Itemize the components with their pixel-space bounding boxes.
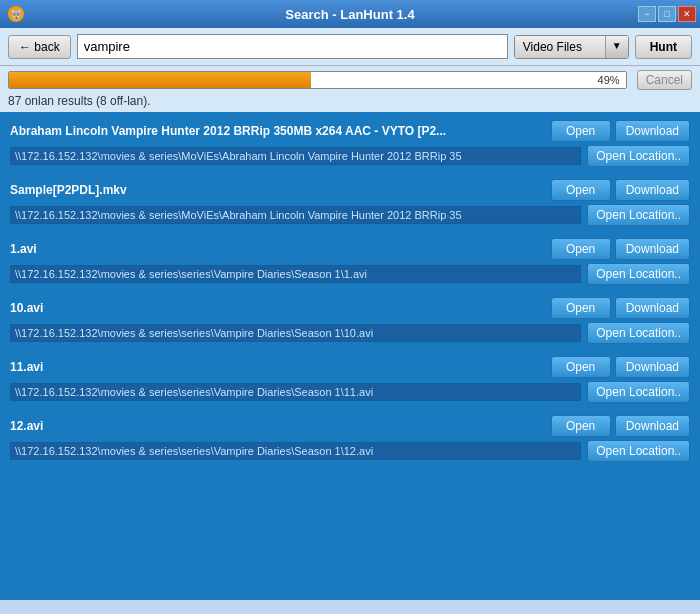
open-button[interactable]: Open: [551, 297, 611, 319]
result-item: Sample[P2PDL].mkv Open Download \\172.16…: [4, 175, 696, 230]
result-path: \\172.16.152.132\movies & series\series\…: [10, 265, 581, 283]
download-button[interactable]: Download: [615, 415, 690, 437]
maximize-button[interactable]: □: [658, 6, 676, 22]
download-button[interactable]: Download: [615, 238, 690, 260]
open-button[interactable]: Open: [551, 179, 611, 201]
result-actions: Open Download: [551, 238, 690, 260]
open-button[interactable]: Open: [551, 238, 611, 260]
result-row-top: 11.avi Open Download: [10, 356, 690, 378]
search-input[interactable]: [77, 34, 508, 59]
result-row-bottom: \\172.16.152.132\movies & series\series\…: [10, 263, 690, 285]
window-controls: − □ ✕: [638, 6, 696, 22]
toolbar: ← back Video Files ▼ Hunt: [0, 28, 700, 66]
progress-text: 49%: [598, 74, 620, 86]
open-button[interactable]: Open: [551, 356, 611, 378]
result-item: 10.avi Open Download \\172.16.152.132\mo…: [4, 293, 696, 348]
minimize-button[interactable]: −: [638, 6, 656, 22]
cancel-button[interactable]: Cancel: [637, 70, 692, 90]
download-button[interactable]: Download: [615, 120, 690, 142]
result-filename: 10.avi: [10, 301, 545, 315]
download-button[interactable]: Download: [615, 297, 690, 319]
open-location-button[interactable]: Open Location..: [587, 381, 690, 403]
result-actions: Open Download: [551, 120, 690, 142]
result-row-bottom: \\172.16.152.132\movies & series\series\…: [10, 381, 690, 403]
result-row-top: 10.avi Open Download: [10, 297, 690, 319]
download-button[interactable]: Download: [615, 356, 690, 378]
result-item: 11.avi Open Download \\172.16.152.132\mo…: [4, 352, 696, 407]
result-item: 12.avi Open Download \\172.16.152.132\mo…: [4, 411, 696, 466]
result-path: \\172.16.152.132\movies & series\series\…: [10, 324, 581, 342]
result-path: \\172.16.152.132\movies & series\MoViEs\…: [10, 147, 581, 165]
filetype-label[interactable]: Video Files: [515, 36, 605, 58]
download-button[interactable]: Download: [615, 179, 690, 201]
open-location-button[interactable]: Open Location..: [587, 263, 690, 285]
result-row-top: 1.avi Open Download: [10, 238, 690, 260]
open-location-button[interactable]: Open Location..: [587, 145, 690, 167]
open-location-button[interactable]: Open Location..: [587, 322, 690, 344]
open-button[interactable]: Open: [551, 120, 611, 142]
back-button[interactable]: ← back: [8, 35, 71, 59]
title-bar: 🐺 Search - LanHunt 1.4 − □ ✕: [0, 0, 700, 28]
results-list: Abraham Lincoln Vampire Hunter 2012 BRRi…: [0, 112, 700, 600]
filetype-dropdown-arrow[interactable]: ▼: [605, 36, 628, 58]
result-actions: Open Download: [551, 179, 690, 201]
result-path: \\172.16.152.132\movies & series\series\…: [10, 383, 581, 401]
result-actions: Open Download: [551, 415, 690, 437]
result-row-bottom: \\172.16.152.132\movies & series\series\…: [10, 440, 690, 462]
progress-bar: 49%: [8, 71, 627, 89]
result-actions: Open Download: [551, 356, 690, 378]
open-location-button[interactable]: Open Location..: [587, 440, 690, 462]
result-filename: 11.avi: [10, 360, 545, 374]
result-filename: Abraham Lincoln Vampire Hunter 2012 BRRi…: [10, 124, 545, 138]
progress-fill: [9, 72, 311, 88]
open-button[interactable]: Open: [551, 415, 611, 437]
filetype-selector[interactable]: Video Files ▼: [514, 35, 629, 59]
result-filename: 1.avi: [10, 242, 545, 256]
progress-area: 49% Cancel: [0, 66, 700, 92]
result-row-top: Sample[P2PDL].mkv Open Download: [10, 179, 690, 201]
window-title: Search - LanHunt 1.4: [285, 7, 414, 22]
result-row-top: 12.avi Open Download: [10, 415, 690, 437]
result-filename: Sample[P2PDL].mkv: [10, 183, 545, 197]
result-row-top: Abraham Lincoln Vampire Hunter 2012 BRRi…: [10, 120, 690, 142]
result-row-bottom: \\172.16.152.132\movies & series\MoViEs\…: [10, 145, 690, 167]
result-actions: Open Download: [551, 297, 690, 319]
result-item: Abraham Lincoln Vampire Hunter 2012 BRRi…: [4, 116, 696, 171]
app-icon: 🐺: [8, 6, 24, 22]
result-row-bottom: \\172.16.152.132\movies & series\series\…: [10, 322, 690, 344]
close-button[interactable]: ✕: [678, 6, 696, 22]
result-path: \\172.16.152.132\movies & series\series\…: [10, 442, 581, 460]
hunt-button[interactable]: Hunt: [635, 35, 692, 59]
result-path: \\172.16.152.132\movies & series\MoViEs\…: [10, 206, 581, 224]
result-item: 1.avi Open Download \\172.16.152.132\mov…: [4, 234, 696, 289]
results-label: 87 onlan results (8 off-lan).: [0, 92, 700, 112]
result-filename: 12.avi: [10, 419, 545, 433]
result-row-bottom: \\172.16.152.132\movies & series\MoViEs\…: [10, 204, 690, 226]
open-location-button[interactable]: Open Location..: [587, 204, 690, 226]
